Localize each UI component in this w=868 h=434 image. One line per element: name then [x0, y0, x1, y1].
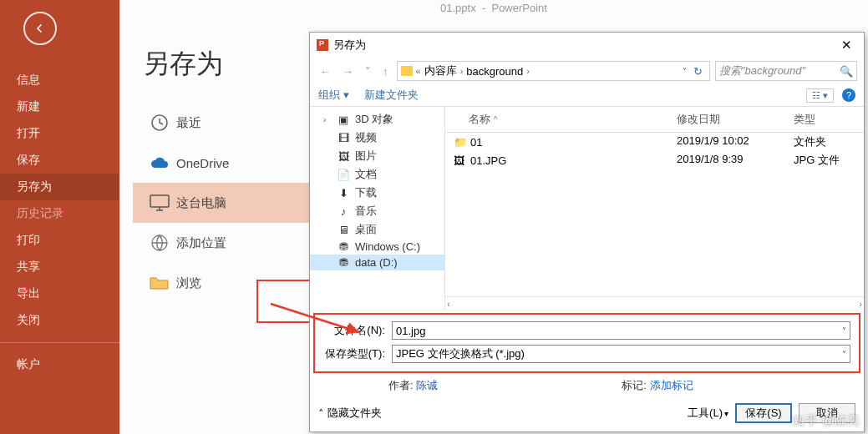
sidebar-item-open[interactable]: 打开: [0, 120, 119, 147]
toolbar-help-icon[interactable]: ?: [842, 88, 855, 102]
download-icon: ⬇: [337, 187, 350, 199]
dialog-footer: ˄ 隐藏文件夹 工具(L) ▾ 保存(S) 取消: [310, 398, 864, 431]
search-icon[interactable]: 🔍: [840, 65, 853, 78]
saveas-dialog: 另存为 ✕ ← → ˅ ↑ « 内容库 › background › ˅ ↻ 搜…: [309, 32, 865, 432]
dialog-navbar: ← → ˅ ↑ « 内容库 › background › ˅ ↻ 搜索"back…: [310, 58, 864, 84]
dialog-title: 另存为: [333, 38, 366, 53]
folder-icon: [401, 66, 413, 76]
tree-item-drive-c[interactable]: ⛃Windows (C:): [310, 239, 444, 255]
toggle-hidden-folders[interactable]: ˄ 隐藏文件夹: [318, 406, 382, 421]
sidebar-item-saveas[interactable]: 另存为: [0, 174, 119, 200]
tools-dropdown[interactable]: 工具(L) ▾: [688, 406, 728, 421]
doc-name: 01.pptx: [440, 2, 476, 14]
loc-label: 浏览: [176, 275, 201, 291]
horizontal-scrollbar[interactable]: ‹›: [445, 296, 864, 310]
col-name-header[interactable]: 名称: [469, 113, 490, 125]
svg-rect-1: [150, 195, 169, 207]
tree-item-documents[interactable]: 📄文档: [310, 165, 444, 184]
filename-input[interactable]: 01.jpg ˅: [392, 321, 850, 340]
back-arrow-icon: [33, 21, 48, 36]
file-row-image[interactable]: 🖼01.JPG 2019/1/8 9:39 JPG 文件: [445, 151, 864, 169]
toolbar-organize[interactable]: 组织 ▾: [318, 88, 349, 103]
col-type-header[interactable]: 类型: [794, 113, 815, 125]
crumb-folder[interactable]: background: [466, 65, 523, 78]
savetype-select[interactable]: JPEG 文件交换格式 (*.jpg) ˅: [392, 345, 850, 363]
file-list: 名称 ^ 修改日期 类型 📁01 2019/1/9 10:02 文件夹 🖼01.…: [445, 107, 864, 310]
file-list-header: 名称 ^ 修改日期 类型: [445, 107, 864, 133]
watermark-site: 知乎: [792, 413, 819, 427]
nav-forward-icon[interactable]: →: [339, 63, 357, 79]
app-name: PowerPoint: [491, 2, 546, 14]
loc-label: 最近: [176, 115, 201, 131]
tree-item-videos[interactable]: 🎞视频: [310, 129, 444, 147]
window-titlebar: 01.pptx - PowerPoint: [119, 2, 868, 14]
backstage-sidebar: 信息 新建 打开 保存 另存为 历史记录 打印 共享 导出 关闭 帐户: [0, 0, 119, 434]
filename-label: 文件名(N):: [323, 323, 385, 338]
sidebar-item-save[interactable]: 保存: [0, 147, 119, 174]
toolbar-newfolder[interactable]: 新建文件夹: [364, 88, 419, 103]
back-button[interactable]: [23, 12, 57, 45]
chevron-up-icon: ˄: [318, 407, 324, 420]
cube-icon: ▣: [337, 114, 350, 126]
crumb-lib[interactable]: 内容库: [424, 63, 457, 78]
drive-icon: ⛃: [337, 240, 350, 253]
dialog-titlebar: 另存为 ✕: [310, 33, 864, 58]
save-fields-highlight: 文件名(N): 01.jpg ˅ 保存类型(T): JPEG 文件交换格式 (*…: [313, 313, 860, 373]
loc-label: 这台电脑: [176, 195, 226, 211]
filename-value: 01.jpg: [396, 325, 842, 337]
tree-item-drive-d[interactable]: ⛃data (D:): [310, 255, 444, 270]
nav-up-icon[interactable]: ↑: [379, 63, 392, 79]
sidebar-item-close[interactable]: 关闭: [0, 307, 119, 334]
refresh-icon[interactable]: ↻: [690, 65, 706, 78]
toolbar-view-button[interactable]: ☷ ▾: [806, 88, 834, 103]
sidebar-item-print[interactable]: 打印: [0, 227, 119, 254]
ppt-icon: [317, 39, 328, 51]
file-row-folder[interactable]: 📁01 2019/1/9 10:02 文件夹: [445, 133, 864, 151]
folder-icon: 📁: [454, 136, 467, 149]
tags-label: 标记:: [622, 379, 647, 391]
nav-recent-icon[interactable]: ˅: [362, 63, 374, 79]
dialog-close-button[interactable]: ✕: [836, 36, 857, 54]
sidebar-item-info[interactable]: 信息: [0, 67, 119, 93]
sidebar-item-share[interactable]: 共享: [0, 254, 119, 280]
sidebar-item-export[interactable]: 导出: [0, 280, 119, 307]
col-date-header[interactable]: 修改日期: [677, 113, 720, 125]
tree-item-pictures[interactable]: 🖼图片: [310, 147, 444, 165]
author-label: 作者:: [388, 379, 414, 391]
address-bar[interactable]: « 内容库 › background › ˅ ↻: [397, 61, 711, 81]
folder-open-icon: [143, 275, 176, 291]
loc-label: 添加位置: [176, 235, 226, 251]
sidebar-item-account[interactable]: 帐户: [0, 351, 119, 378]
sidebar-item-new[interactable]: 新建: [0, 93, 119, 120]
chevron-down-icon[interactable]: ˅: [842, 350, 846, 359]
savetype-value: JPEG 文件交换格式 (*.jpg): [396, 346, 842, 361]
tree-item-desktop[interactable]: 🖥桌面: [310, 220, 444, 239]
drive-icon: ⛃: [337, 256, 350, 269]
tree-item-downloads[interactable]: ⬇下载: [310, 184, 444, 202]
video-icon: 🎞: [337, 132, 350, 144]
savetype-label: 保存类型(T):: [323, 346, 385, 361]
globe-plus-icon: [143, 233, 176, 253]
meta-row: 作者: 陈诚 标记: 添加标记: [310, 376, 864, 398]
search-input[interactable]: 搜索"background" 🔍: [715, 61, 857, 81]
watermark: 知乎 @陈亮: [792, 413, 860, 429]
chevron-down-icon[interactable]: ˅: [842, 326, 846, 336]
image-icon: 🖼: [454, 154, 467, 167]
crumb-dropdown-icon[interactable]: ˅: [683, 67, 687, 76]
save-button[interactable]: 保存(S): [735, 403, 792, 423]
dialog-body: ›▣3D 对象 🎞视频 🖼图片 📄文档 ⬇下载 ♪音乐 🖥桌面 ⛃Windows…: [310, 107, 864, 310]
photo-icon: 🖼: [337, 150, 350, 163]
music-icon: ♪: [337, 205, 350, 218]
clock-icon: [143, 113, 176, 133]
author-value[interactable]: 陈诚: [416, 379, 438, 391]
folder-tree: ›▣3D 对象 🎞视频 🖼图片 📄文档 ⬇下载 ♪音乐 🖥桌面 ⛃Windows…: [310, 107, 445, 310]
sidebar-item-history[interactable]: 历史记录: [0, 200, 119, 227]
tags-value[interactable]: 添加标记: [650, 379, 693, 391]
tree-item-3dobjects[interactable]: ›▣3D 对象: [310, 110, 444, 129]
tree-item-music[interactable]: ♪音乐: [310, 202, 444, 220]
dialog-toolbar: 组织 ▾ 新建文件夹 ☷ ▾ ?: [310, 84, 864, 107]
nav-back-icon[interactable]: ←: [317, 63, 334, 79]
loc-label: OneDrive: [176, 156, 229, 170]
monitor-icon: [143, 194, 176, 212]
watermark-user: @陈亮: [822, 413, 860, 427]
